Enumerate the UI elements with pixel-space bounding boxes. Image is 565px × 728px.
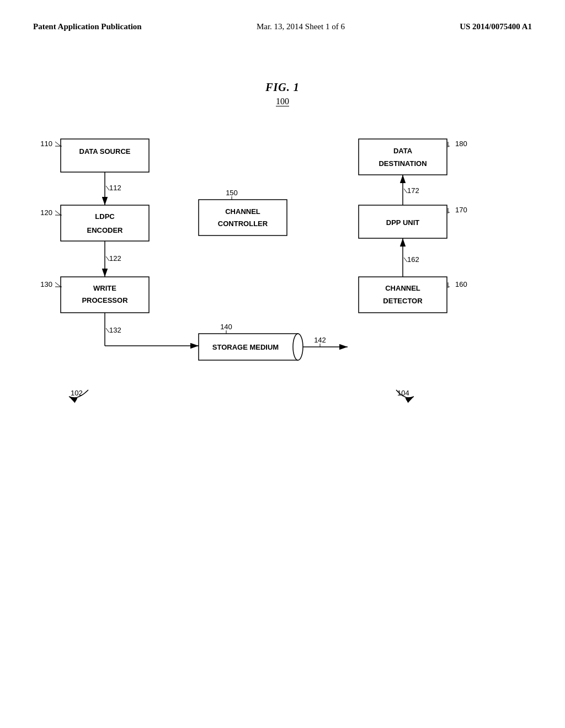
svg-text:PROCESSOR: PROCESSOR	[82, 296, 128, 304]
svg-text:140: 140	[220, 323, 232, 331]
svg-line-15	[55, 211, 61, 215]
svg-text:DATA SOURCE: DATA SOURCE	[79, 147, 131, 156]
svg-text:132: 132	[109, 326, 121, 334]
svg-rect-61	[359, 277, 447, 313]
svg-rect-2	[61, 139, 149, 172]
svg-text:DESTINATION: DESTINATION	[379, 159, 427, 168]
figure-title: FIG. 1	[265, 81, 300, 94]
svg-text:CONTROLLER: CONTROLLER	[218, 220, 268, 228]
svg-text:112: 112	[109, 184, 121, 192]
diagram-svg: DATA SOURCE 110 112 LDPC ENCODER 120 122…	[28, 109, 535, 495]
svg-text:WRITE: WRITE	[93, 284, 116, 292]
svg-text:150: 150	[226, 189, 238, 197]
svg-rect-19	[61, 277, 149, 313]
svg-text:STORAGE MEDIUM: STORAGE MEDIUM	[212, 343, 279, 351]
svg-line-24	[55, 282, 61, 287]
svg-text:110: 110	[40, 140, 52, 148]
svg-text:DATA: DATA	[393, 147, 413, 155]
svg-rect-44	[359, 139, 447, 175]
svg-text:172: 172	[407, 186, 419, 195]
svg-text:122: 122	[109, 254, 121, 263]
figure-ref: 100	[276, 97, 289, 106]
header-left: Patent Application Publication	[33, 22, 142, 31]
header-center: Mar. 13, 2014 Sheet 1 of 6	[257, 22, 345, 31]
svg-text:LDPC: LDPC	[95, 212, 115, 221]
svg-rect-10	[61, 205, 149, 241]
svg-text:CHANNEL: CHANNEL	[385, 284, 420, 292]
svg-text:160: 160	[455, 280, 467, 288]
svg-text:180: 180	[455, 140, 467, 148]
page-header: Patent Application Publication Mar. 13, …	[0, 0, 565, 31]
svg-text:DETECTOR: DETECTOR	[383, 297, 423, 305]
svg-text:170: 170	[455, 206, 467, 214]
svg-text:162: 162	[407, 255, 419, 264]
header-right: US 2014/0075400 A1	[460, 22, 532, 31]
diagram-area: FIG. 1 100 DATA SOURCE 110 112 LDPC ENC	[0, 48, 565, 710]
svg-text:DPP UNIT: DPP UNIT	[386, 218, 419, 227]
svg-text:142: 142	[314, 336, 326, 344]
svg-text:ENCODER: ENCODER	[87, 226, 123, 234]
svg-text:130: 130	[40, 280, 52, 288]
svg-rect-39	[199, 200, 287, 235]
svg-text:CHANNEL: CHANNEL	[225, 207, 260, 216]
svg-text:120: 120	[40, 208, 52, 217]
svg-point-31	[293, 334, 303, 360]
svg-line-6	[55, 142, 61, 146]
